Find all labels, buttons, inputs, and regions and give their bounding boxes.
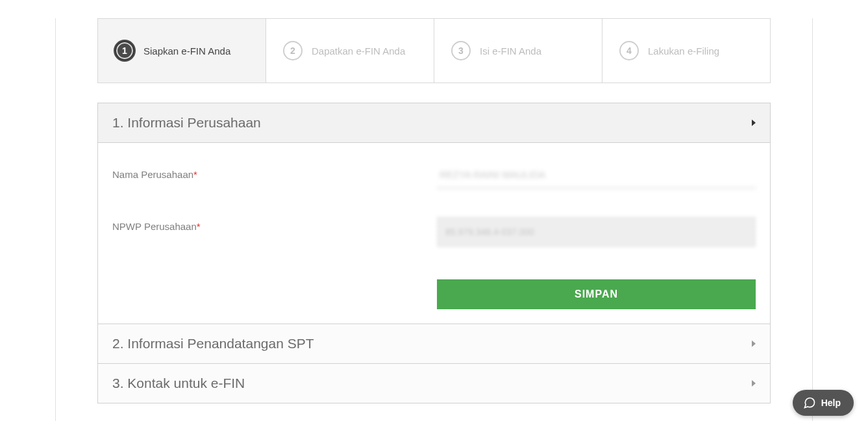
step-1-label: Siapkan e-FIN Anda [143, 45, 230, 57]
help-button[interactable]: Help [793, 390, 854, 416]
chevron-right-icon [752, 380, 756, 387]
card-shell: 1 Siapkan e-FIN Anda 2 Dapatkan e-FIN An… [55, 18, 813, 421]
row-company-name: Nama Perusahaan* [112, 165, 756, 188]
spacer [112, 275, 437, 279]
panel-company-info-title: 1. Informasi Perusahaan [112, 115, 261, 131]
step-2-number: 2 [283, 41, 303, 60]
step-2-label: Dapatkan e-FIN Anda [312, 45, 405, 57]
label-company-name-text: Nama Perusahaan [112, 169, 193, 180]
label-npwp-text: NPWP Perusahaan [112, 221, 197, 232]
panel-contact-efin-title: 3. Kontak untuk e-FIN [112, 376, 245, 391]
row-npwp: NPWP Perusahaan* 85.979.348.4-037.000 [112, 217, 756, 247]
step-3-label: Isi e-FIN Anda [480, 45, 541, 57]
panel-company-info-head[interactable]: 1. Informasi Perusahaan [98, 103, 770, 143]
field-save: SIMPAN [437, 275, 756, 309]
help-label: Help [821, 398, 841, 408]
label-company-name: Nama Perusahaan* [112, 165, 437, 180]
step-3-number: 3 [451, 41, 471, 60]
step-1[interactable]: 1 Siapkan e-FIN Anda [98, 19, 266, 83]
step-4[interactable]: 4 Lakukan e-Filing [602, 19, 770, 83]
panel-company-info: 1. Informasi Perusahaan Nama Perusahaan*… [97, 103, 771, 324]
step-2[interactable]: 2 Dapatkan e-FIN Anda [266, 19, 434, 83]
panel-signer-info-title: 2. Informasi Penandatangan SPT [112, 336, 314, 351]
label-npwp: NPWP Perusahaan* [112, 217, 437, 232]
panel-signer-info: 2. Informasi Penandatangan SPT [97, 324, 771, 364]
field-npwp: 85.979.348.4-037.000 [437, 217, 756, 247]
chevron-right-icon [752, 340, 756, 347]
step-1-number: 1 [115, 41, 134, 60]
npwp-readonly: 85.979.348.4-037.000 [437, 217, 756, 247]
step-4-number: 4 [619, 41, 639, 60]
required-marker: * [193, 169, 197, 180]
step-3[interactable]: 3 Isi e-FIN Anda [434, 19, 602, 83]
stepper: 1 Siapkan e-FIN Anda 2 Dapatkan e-FIN An… [97, 18, 771, 83]
row-save: SIMPAN [112, 275, 756, 309]
company-name-input[interactable] [437, 165, 756, 188]
field-company-name [437, 165, 756, 188]
chevron-right-icon [752, 120, 756, 126]
panel-signer-info-head[interactable]: 2. Informasi Penandatangan SPT [98, 324, 770, 363]
chat-icon [803, 396, 816, 409]
panel-contact-efin-head[interactable]: 3. Kontak untuk e-FIN [98, 364, 770, 403]
panel-company-info-body: Nama Perusahaan* NPWP Perusahaan* 85.979… [98, 143, 770, 324]
required-marker: * [197, 221, 201, 232]
save-button[interactable]: SIMPAN [437, 279, 756, 309]
page-wrap: 1 Siapkan e-FIN Anda 2 Dapatkan e-FIN An… [0, 18, 868, 421]
step-4-label: Lakukan e-Filing [648, 45, 719, 57]
panel-contact-efin: 3. Kontak untuk e-FIN [97, 364, 771, 403]
